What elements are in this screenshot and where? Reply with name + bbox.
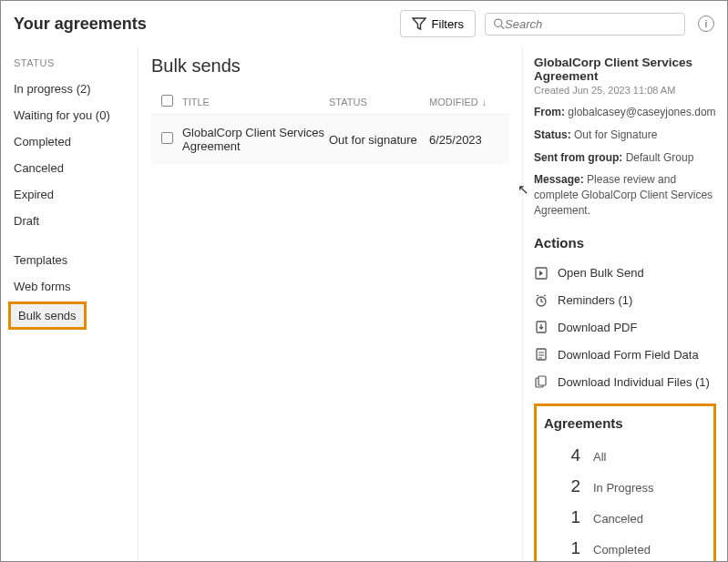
action-download-form-data[interactable]: Download Form Field Data <box>534 342 716 369</box>
action-download-individual[interactable]: Download Individual Files (1) <box>534 369 716 396</box>
agreements-section: Agreements 4All 2In Progress 1Canceled 1… <box>534 404 716 561</box>
filter-icon <box>412 16 426 31</box>
action-label: Download PDF <box>558 321 637 334</box>
sidebar-status-header: STATUS <box>1 57 138 76</box>
sidebar-item-in-progress[interactable]: In progress (2) <box>1 76 138 102</box>
action-label: Download Form Field Data <box>558 348 699 362</box>
sidebar-item-expired[interactable]: Expired <box>1 181 138 208</box>
open-icon <box>534 266 549 281</box>
download-files-icon <box>534 375 549 390</box>
search-field[interactable] <box>485 13 685 36</box>
svg-point-0 <box>495 19 502 26</box>
action-download-pdf[interactable]: Download PDF <box>534 314 716 342</box>
agreements-all[interactable]: 4All <box>544 440 706 471</box>
page-title: Your agreements <box>14 15 147 34</box>
sidebar-item-web-forms[interactable]: Web forms <box>1 273 138 300</box>
sidebar-item-draft[interactable]: Draft <box>1 208 138 234</box>
agreements-canceled[interactable]: 1Canceled <box>544 502 706 533</box>
svg-line-1 <box>501 26 504 28</box>
sidebar: STATUS In progress (2) Waiting for you (… <box>1 46 138 561</box>
content-heading: Bulk sends <box>151 56 509 77</box>
agreements-in-progress[interactable]: 2In Progress <box>544 471 706 502</box>
table-header: TITLE STATUS MODIFIED↓ <box>151 89 509 115</box>
svg-rect-7 <box>538 376 546 385</box>
actions-heading: Actions <box>534 235 716 250</box>
action-label: Open Bulk Send <box>558 266 644 280</box>
info-icon[interactable]: i <box>698 15 714 32</box>
clock-icon <box>534 293 549 308</box>
action-reminders[interactable]: Reminders (1) <box>534 287 716 314</box>
search-input[interactable] <box>505 17 677 31</box>
details-created: Created Jun 25, 2023 11:08 AM <box>534 85 716 96</box>
sidebar-item-completed[interactable]: Completed <box>1 128 138 155</box>
row-title: GlobalCorp Client Services Agreement <box>182 126 329 153</box>
sidebar-item-canceled[interactable]: Canceled <box>1 155 138 181</box>
agreements-heading: Agreements <box>544 415 706 431</box>
sidebar-item-waiting[interactable]: Waiting for you (0) <box>1 102 138 128</box>
details-from: From: globalcasey@caseyjones.dom <box>534 105 716 120</box>
search-icon <box>493 17 505 30</box>
action-label: Download Individual Files (1) <box>558 375 710 389</box>
details-status: Status: Out for Signature <box>534 128 716 143</box>
details-message: Message: Please review and complete Glob… <box>534 172 716 218</box>
filters-button[interactable]: Filters <box>400 10 476 37</box>
col-status[interactable]: STATUS <box>329 97 429 107</box>
action-open-bulk-send[interactable]: Open Bulk Send <box>534 260 716 287</box>
row-checkbox[interactable] <box>161 132 173 144</box>
sidebar-item-templates[interactable]: Templates <box>1 247 138 273</box>
details-title: GlobalCorp Client Services Agreement <box>534 56 716 83</box>
content-area: Bulk sends TITLE STATUS MODIFIED↓ Global… <box>138 46 523 561</box>
sort-desc-icon: ↓ <box>482 97 487 107</box>
col-modified[interactable]: MODIFIED↓ <box>429 97 509 107</box>
table-row[interactable]: GlobalCorp Client Services Agreement Out… <box>151 115 509 164</box>
filters-label: Filters <box>432 17 464 31</box>
details-panel: GlobalCorp Client Services Agreement Cre… <box>523 46 727 561</box>
select-all-checkbox[interactable] <box>161 95 173 107</box>
col-title[interactable]: TITLE <box>182 97 329 107</box>
download-form-icon <box>534 348 549 363</box>
details-group: Sent from group: Default Group <box>534 150 716 166</box>
sidebar-item-bulk-sends[interactable]: Bulk sends <box>8 301 87 330</box>
action-label: Reminders (1) <box>558 293 632 307</box>
agreements-completed[interactable]: 1Completed <box>544 533 706 561</box>
download-pdf-icon <box>534 321 549 335</box>
row-status: Out for signature <box>329 133 429 147</box>
row-modified: 6/25/2023 <box>429 133 509 147</box>
